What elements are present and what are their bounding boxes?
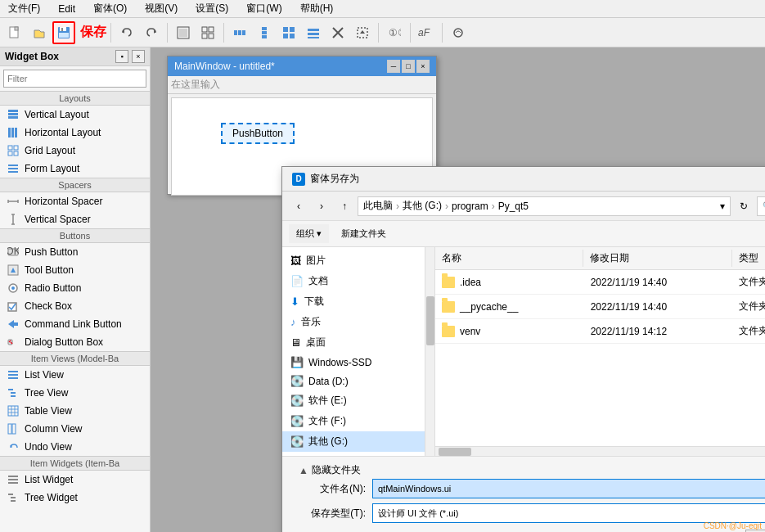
tree-item-software-e[interactable]: 💽 软件 (E:) (282, 390, 425, 411)
breadcrumb-dropdown[interactable]: ▾ (720, 201, 725, 212)
filetype-row: 保存类型(T): ▾ (292, 503, 765, 523)
minimize-button[interactable]: ─ (387, 60, 400, 73)
menu-widget[interactable]: 窗体(O) (88, 0, 132, 17)
widget-button-1[interactable] (172, 21, 195, 44)
tree-item-music[interactable]: ♪ 音乐 (282, 312, 425, 332)
sidebar-item-horizontal-spacer[interactable]: Horizontal Spacer (0, 192, 150, 210)
back-button[interactable]: ‹ (289, 196, 308, 216)
spacers-section-header: Spacers (0, 178, 150, 192)
sidebar-item-check-box[interactable]: Check Box (0, 297, 150, 315)
sidebar-item-tool-button[interactable]: Tool Button (0, 261, 150, 279)
buddy-button[interactable]: aF (415, 21, 438, 44)
save-button[interactable] (52, 21, 75, 44)
horizontal-scrollbar[interactable] (435, 446, 765, 456)
open-button[interactable] (28, 21, 51, 44)
file-name-idea-label: .idea (460, 277, 481, 288)
menu-window[interactable]: 窗口(W) (241, 0, 286, 17)
up-button[interactable]: ↑ (335, 196, 354, 216)
signal-button[interactable] (447, 21, 470, 44)
svg-rect-41 (14, 146, 18, 150)
tab-order-button[interactable]: ①② (383, 21, 406, 44)
sidebar-item-list-widget[interactable]: List Widget (0, 471, 150, 489)
sidebar-item-vertical-spacer[interactable]: Vertical Spacer (0, 210, 150, 228)
forward-button[interactable]: › (312, 196, 331, 216)
horizontal-spacer-label: Horizontal Spacer (25, 196, 102, 207)
tree-item-desktop[interactable]: 🖥 桌面 (282, 332, 425, 353)
file-type-pycache: 文件夹 (732, 298, 765, 315)
menu-edit[interactable]: Edit (53, 2, 80, 16)
col-name[interactable]: 名称 (435, 250, 583, 267)
widget-button-2[interactable] (196, 21, 219, 44)
restore-button[interactable]: □ (402, 60, 415, 73)
filetype-input[interactable] (372, 503, 765, 523)
tree-item-windows-ssd[interactable]: 💾 Windows-SSD (282, 353, 425, 372)
sidebar-item-vertical-layout[interactable]: Vertical Layout (0, 106, 150, 124)
menu-help[interactable]: 帮助(H) (295, 0, 339, 17)
toolbar-sep-1 (110, 23, 111, 43)
menu-file[interactable]: 文件(F) (3, 0, 45, 17)
break-layout-button[interactable] (326, 21, 349, 44)
tree-item-data-d[interactable]: 💽 Data (D:) (282, 372, 425, 390)
sidebar-item-tree-widget[interactable]: Tree Widget (0, 489, 150, 507)
filename-row: 文件名(N): ▾ (292, 479, 765, 498)
sidebar-item-undo-view[interactable]: Undo View (0, 438, 150, 456)
new-button[interactable] (3, 21, 26, 44)
push-button-widget[interactable]: PushButton (221, 123, 295, 144)
sidebar-item-command-link-button[interactable]: Command Link Button (0, 315, 150, 333)
tree-item-other-g[interactable]: 💽 其他 (G:) (282, 431, 425, 452)
dialog-icon: D (292, 173, 305, 186)
table-row[interactable]: venv 2022/11/19 14:12 文件夹 (435, 319, 765, 344)
layout-grid-button[interactable] (277, 21, 300, 44)
tree-item-docs[interactable]: 📄 文档 (282, 271, 425, 291)
file-dialog-titlebar: D 窗体另存为 × (282, 167, 765, 192)
sidebar-item-table-view[interactable]: Table View (0, 402, 150, 420)
col-type[interactable]: 类型 (732, 250, 765, 267)
nav-bar: ‹ › ↑ 此电脑 › 其他 (G:) › program › Py_qt5 ▾… (282, 192, 765, 221)
close-window-button[interactable]: × (416, 60, 430, 73)
sidebar-item-tree-view[interactable]: Tree View (0, 384, 150, 402)
horizontal-spacer-icon (7, 195, 20, 208)
sidebar-item-column-view[interactable]: Column View (0, 420, 150, 438)
svg-rect-43 (14, 151, 18, 156)
sidebar-item-form-layout[interactable]: Form Layout (0, 160, 150, 178)
sidebar-item-grid-layout[interactable]: Grid Layout (0, 142, 150, 160)
refresh-button[interactable]: ↻ (734, 196, 754, 216)
widget-box-close-btn[interactable]: × (132, 50, 145, 63)
layout-form-button[interactable] (302, 21, 325, 44)
svg-rect-35 (8, 113, 18, 115)
svg-rect-65 (8, 377, 18, 379)
col-date[interactable]: 修改日期 (583, 250, 731, 267)
sidebar-item-list-view[interactable]: List View (0, 366, 150, 384)
filename-input[interactable] (372, 479, 765, 498)
sidebar-item-radio-button[interactable]: Radio Button (0, 279, 150, 297)
sidebar-item-push-button[interactable]: OK Push Button (0, 243, 150, 261)
hide-files-row[interactable]: ▲ 隐藏文件夹 (292, 463, 765, 477)
organize-button[interactable]: 组织 ▾ (289, 224, 329, 243)
tree-item-images[interactable]: 🖼 图片 (282, 250, 425, 271)
table-row[interactable]: __pycache__ 2022/11/19 14:40 文件夹 (435, 295, 765, 319)
new-folder-button[interactable]: 新建文件夹 (332, 224, 395, 243)
sidebar-scrollbar[interactable] (425, 247, 435, 456)
adjust-size-button[interactable] (351, 21, 374, 44)
filter-input[interactable] (3, 70, 146, 88)
tree-item-downloads[interactable]: ⬇ 下载 (282, 291, 425, 312)
software-e-icon: 💽 (290, 394, 304, 407)
menu-view[interactable]: 视图(V) (140, 0, 182, 17)
redo-button[interactable] (140, 21, 163, 44)
table-row[interactable]: .idea 2022/11/19 14:40 文件夹 (435, 270, 765, 295)
push-button-icon: OK (7, 246, 20, 259)
layout-h-button[interactable] (228, 21, 251, 44)
widget-box-float-btn[interactable]: ▪ (115, 50, 128, 63)
menu-settings[interactable]: 设置(S) (191, 0, 233, 17)
watermark: CSDN·@Ju-eqit (704, 521, 762, 530)
widget-box-content: Layouts Vertical Layout Horizontal Layou… (0, 91, 150, 532)
filename-label: 文件名(N): (292, 482, 366, 496)
sidebar-item-dialog-button-box[interactable]: Dialog Button Box (0, 333, 150, 351)
sidebar-item-horizontal-layout[interactable]: Horizontal Layout (0, 124, 150, 142)
undo-view-icon (7, 440, 20, 453)
undo-button[interactable] (115, 21, 138, 44)
layout-v-button[interactable] (253, 21, 276, 44)
dialog-toolbar: 组织 ▾ 新建文件夹 ≡ ? (282, 221, 765, 247)
tree-item-file-f[interactable]: 💽 文件 (F:) (282, 411, 425, 431)
vertical-spacer-label: Vertical Spacer (25, 214, 91, 225)
